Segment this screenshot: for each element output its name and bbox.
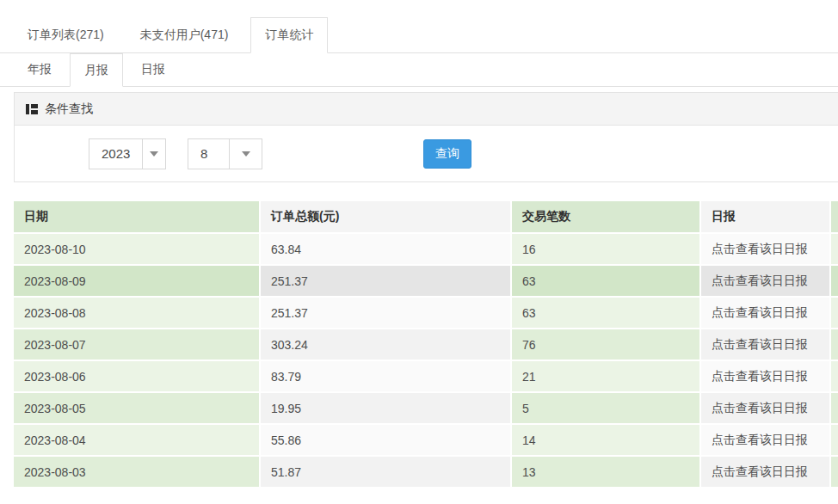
cell-date: 2023-08-09 bbox=[14, 266, 261, 298]
cell-date: 2023-08-08 bbox=[14, 298, 261, 329]
year-select-value: 2023 bbox=[89, 139, 142, 169]
cell-daily-report-link[interactable]: 点击查看该日日报 bbox=[701, 361, 831, 393]
cell-overflow-sliver bbox=[831, 393, 838, 425]
cell-order-total: 19.95 bbox=[261, 393, 512, 425]
cell-order-total: 51.87 bbox=[261, 457, 512, 489]
cell-daily-report-link[interactable]: 点击查看该日日报 bbox=[701, 298, 831, 329]
chevron-down-icon bbox=[150, 151, 158, 157]
tab-annual-report[interactable]: 年报 bbox=[14, 53, 65, 86]
tab-unpaid-users[interactable]: 未支付用户(471) bbox=[126, 17, 243, 52]
cell-transaction-count: 16 bbox=[512, 234, 701, 266]
cell-order-total: 251.37 bbox=[261, 298, 512, 329]
table-row: 2023-08-03 51.87 13 点击查看该日日报 bbox=[14, 457, 838, 489]
cell-date: 2023-08-10 bbox=[14, 234, 261, 266]
cell-date: 2023-08-05 bbox=[14, 393, 261, 425]
month-select[interactable]: 8 bbox=[188, 138, 262, 169]
table-row: 2023-08-10 63.84 16 点击查看该日日报 bbox=[14, 234, 838, 266]
table-row: 2023-08-07 303.24 76 点击查看该日日报 bbox=[14, 329, 838, 361]
tab-daily-report[interactable]: 日报 bbox=[127, 53, 179, 86]
table-row: 2023-08-08 251.37 63 点击查看该日日报 bbox=[14, 298, 838, 329]
cell-daily-report-link[interactable]: 点击查看该日日报 bbox=[701, 234, 831, 266]
table-row: 2023-08-09 251.37 63 点击查看该日日报 bbox=[14, 266, 838, 298]
cell-date: 2023-08-06 bbox=[14, 361, 261, 393]
list-icon bbox=[26, 103, 38, 115]
year-select[interactable]: 2023 bbox=[89, 138, 166, 169]
cell-date: 2023-08-03 bbox=[14, 457, 261, 489]
cell-order-total: 303.24 bbox=[261, 329, 512, 361]
cell-overflow-sliver bbox=[831, 457, 838, 489]
filter-panel-title: 条件查找 bbox=[45, 101, 93, 117]
cell-order-total: 63.84 bbox=[261, 234, 512, 266]
month-select-value: 8 bbox=[188, 139, 229, 169]
table-row: 2023-08-06 83.79 21 点击查看该日日报 bbox=[14, 361, 838, 393]
primary-tab-bar: 订单列表(271) 未支付用户(471) 订单统计 bbox=[0, 17, 838, 53]
cell-daily-report-link[interactable]: 点击查看该日日报 bbox=[701, 425, 831, 457]
cell-order-total: 55.86 bbox=[261, 425, 512, 457]
column-header-date: 日期 bbox=[14, 201, 261, 234]
table-overflow-sliver bbox=[831, 201, 838, 234]
cell-order-total: 251.37 bbox=[261, 266, 512, 298]
cell-daily-report-link[interactable]: 点击查看该日日报 bbox=[701, 457, 831, 489]
table-row: 2023-08-05 19.95 5 点击查看该日日报 bbox=[14, 393, 838, 425]
cell-overflow-sliver bbox=[831, 298, 838, 329]
cell-transaction-count: 21 bbox=[512, 361, 701, 393]
year-select-arrow[interactable] bbox=[142, 139, 165, 169]
cell-transaction-count: 76 bbox=[512, 329, 701, 361]
tab-order-list[interactable]: 订单列表(271) bbox=[14, 17, 118, 52]
cell-date: 2023-08-04 bbox=[14, 425, 261, 457]
tab-monthly-report[interactable]: 月报 bbox=[70, 53, 123, 87]
cell-overflow-sliver bbox=[831, 266, 838, 298]
cell-overflow-sliver bbox=[831, 361, 838, 393]
cell-date: 2023-08-07 bbox=[14, 329, 261, 361]
cell-overflow-sliver bbox=[831, 329, 838, 361]
table-row: 2023-08-04 55.86 14 点击查看该日日报 bbox=[14, 425, 838, 457]
table-header-row: 日期 订单总额(元) 交易笔数 日报 bbox=[14, 201, 838, 234]
monthly-report-table: 日期 订单总额(元) 交易笔数 日报 2023-08-10 63.84 16 点… bbox=[14, 201, 838, 489]
query-button[interactable]: 查询 bbox=[423, 139, 471, 169]
column-header-count: 交易笔数 bbox=[512, 201, 701, 234]
cell-daily-report-link[interactable]: 点击查看该日日报 bbox=[701, 393, 831, 425]
cell-order-total: 83.79 bbox=[261, 361, 512, 393]
cell-daily-report-link[interactable]: 点击查看该日日报 bbox=[701, 266, 831, 298]
filter-panel-header: 条件查找 bbox=[15, 93, 838, 126]
cell-transaction-count: 5 bbox=[512, 393, 701, 425]
cell-daily-report-link[interactable]: 点击查看该日日报 bbox=[701, 329, 831, 361]
cell-transaction-count: 14 bbox=[512, 425, 701, 457]
tab-order-statistics[interactable]: 订单统计 bbox=[250, 17, 328, 53]
secondary-tab-bar: 年报 月报 日报 bbox=[0, 53, 838, 87]
cell-transaction-count: 13 bbox=[512, 457, 701, 489]
filter-panel: 条件查找 2023 8 查询 bbox=[14, 92, 838, 182]
chevron-down-icon bbox=[242, 151, 250, 157]
cell-transaction-count: 63 bbox=[512, 266, 701, 298]
filter-panel-body: 2023 8 查询 bbox=[15, 126, 838, 181]
cell-transaction-count: 63 bbox=[512, 298, 701, 329]
table-body: 2023-08-10 63.84 16 点击查看该日日报 2023-08-09 … bbox=[14, 234, 838, 489]
month-select-arrow[interactable] bbox=[229, 139, 262, 169]
column-header-report: 日报 bbox=[701, 201, 831, 234]
cell-overflow-sliver bbox=[831, 425, 838, 457]
column-header-total: 订单总额(元) bbox=[261, 201, 512, 234]
cell-overflow-sliver bbox=[831, 234, 838, 266]
